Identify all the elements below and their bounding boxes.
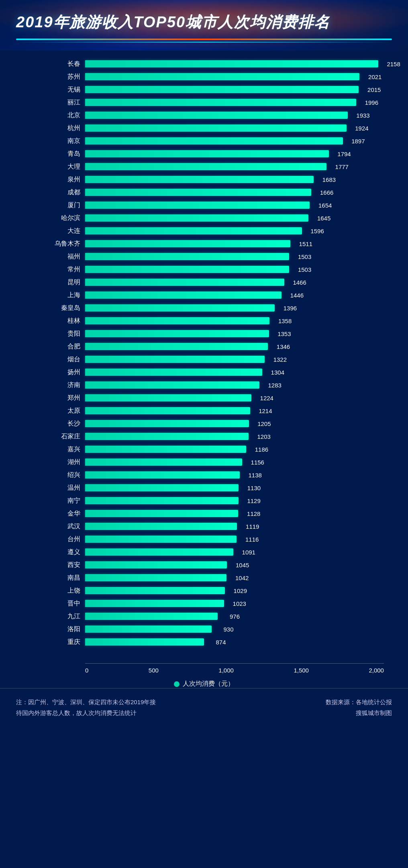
bar-container: 976 [85, 613, 384, 620]
city-label: 石家庄 [48, 432, 80, 441]
x-axis-area: 05001,0001,5002,000 [0, 663, 408, 674]
chart-row: 台州1116 [48, 534, 384, 544]
bar-container: 1322 [85, 356, 384, 363]
city-label: 厦门 [48, 201, 80, 210]
bar-container: 1353 [85, 330, 384, 337]
footer-source: 数据来源：各地统计公报搜狐城市制图 [212, 697, 392, 718]
city-label: 嘉兴 [48, 445, 80, 454]
bar-value: 1283 [268, 382, 282, 389]
bar: 1466 [85, 279, 284, 286]
bar-value: 1129 [247, 497, 260, 504]
x-axis-label: 1,500 [294, 667, 309, 674]
bar-container: 1205 [85, 420, 384, 427]
city-label: 长春 [48, 60, 80, 68]
bar-value: 1224 [260, 395, 273, 401]
bar-value: 1645 [317, 215, 330, 222]
bar-value: 1503 [298, 253, 311, 260]
bar: 1304 [85, 369, 262, 376]
city-label: 绍兴 [48, 471, 80, 479]
city-label: 温州 [48, 484, 80, 492]
chart-row: 北京1933 [48, 110, 384, 120]
city-label: 湖州 [48, 458, 80, 467]
bar: 1596 [85, 227, 302, 234]
bar: 874 [85, 638, 204, 646]
bar-container: 1897 [85, 137, 384, 145]
bar: 1156 [85, 458, 242, 466]
city-label: 杭州 [48, 124, 80, 132]
bar: 1091 [85, 548, 233, 556]
chart-row: 福州1503 [48, 251, 384, 262]
bar-value: 976 [230, 613, 240, 620]
bar-container: 1794 [85, 150, 384, 157]
bar: 1683 [85, 176, 314, 183]
chart-row: 南昌1042 [48, 573, 384, 583]
bar-value: 1138 [248, 472, 261, 479]
city-label: 桂林 [48, 317, 80, 325]
chart-row: 秦皇岛1396 [48, 303, 384, 313]
city-label: 大连 [48, 227, 80, 235]
bar-value: 1156 [251, 459, 264, 466]
bar: 1358 [85, 317, 269, 324]
bar-value: 1353 [277, 330, 291, 337]
bar-value: 1446 [290, 292, 304, 299]
chart-row: 太原1214 [48, 405, 384, 416]
bar-container: 1996 [85, 99, 384, 106]
bar: 1119 [85, 523, 237, 530]
chart-row: 成都1666 [48, 187, 384, 198]
city-label: 常州 [48, 265, 80, 274]
bar: 1924 [85, 124, 347, 132]
bar-container: 1138 [85, 471, 384, 479]
chart-area: 长春2158苏州2021无锡2015丽江1996北京1933杭州1924南京18… [0, 51, 408, 662]
bar-value: 1503 [298, 266, 311, 273]
city-label: 青岛 [48, 150, 80, 158]
bar-value: 1996 [365, 99, 378, 106]
bar: 930 [85, 626, 212, 633]
header-line [16, 39, 392, 40]
page-container: 2019年旅游收入TOP50城市人次均消费排名 长春2158苏州2021无锡20… [0, 0, 408, 726]
chart-row: 杭州1924 [48, 123, 384, 133]
bar-value: 874 [216, 639, 226, 646]
bar-container: 1129 [85, 497, 384, 504]
header-line2 [16, 42, 392, 43]
city-label: 无锡 [48, 86, 80, 94]
city-label: 合肥 [48, 342, 80, 351]
bar-value: 1214 [259, 408, 272, 414]
bar: 1897 [85, 137, 343, 145]
chart-row: 合肥1346 [48, 341, 384, 352]
bar: 1346 [85, 343, 268, 350]
bar: 1353 [85, 330, 269, 337]
city-label: 上饶 [48, 587, 80, 595]
bar: 2021 [85, 73, 359, 80]
chart-row: 烟台1322 [48, 354, 384, 365]
chart-row: 苏州2021 [48, 71, 384, 82]
page-title: 2019年旅游收入TOP50城市人次均消费排名 [16, 12, 392, 33]
city-label: 金华 [48, 509, 80, 518]
bar-container: 1396 [85, 304, 384, 312]
city-label: 哈尔滨 [48, 214, 80, 222]
bar-value: 1346 [277, 343, 290, 350]
bar-value: 1128 [247, 510, 260, 517]
city-label: 台州 [48, 535, 80, 544]
bar-value: 1933 [356, 112, 369, 119]
city-label: 乌鲁木齐 [48, 240, 80, 248]
bar: 1933 [85, 112, 348, 119]
bar-container: 1511 [85, 240, 384, 247]
footer: 注：因广州、宁波、深圳、保定四市未公布2019年接待国内外游客总人数，故人次均消… [0, 688, 408, 726]
bar-container: 2158 [85, 60, 384, 67]
bar-container: 1042 [85, 574, 384, 581]
bar-container: 1029 [85, 587, 384, 594]
bar-container: 1666 [85, 189, 384, 196]
bar: 1666 [85, 189, 311, 196]
chart-row: 济南1283 [48, 380, 384, 390]
legend-label: 人次均消费（元） [183, 680, 234, 688]
bar: 1283 [85, 381, 259, 389]
bar-container: 874 [85, 638, 384, 646]
bar-value: 2021 [368, 73, 381, 80]
footer-note: 注：因广州、宁波、深圳、保定四市未公布2019年接待国内外游客总人数，故人次均消… [16, 697, 196, 718]
bar-container: 1224 [85, 394, 384, 401]
city-label: 福州 [48, 253, 80, 261]
chart-row: 乌鲁木齐1511 [48, 238, 384, 249]
header: 2019年旅游收入TOP50城市人次均消费排名 [0, 0, 408, 51]
chart-row: 温州1130 [48, 483, 384, 493]
city-label: 苏州 [48, 73, 80, 81]
